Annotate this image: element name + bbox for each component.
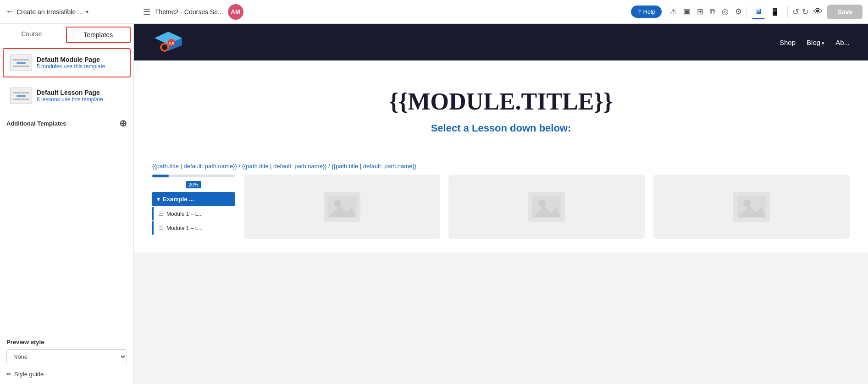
style-guide-icon: ✏ bbox=[6, 371, 11, 378]
help-label: Help bbox=[643, 8, 656, 15]
layout-icon[interactable]: ▣ bbox=[683, 7, 691, 16]
tree-panel: 20% ▾ Example ... ☰ Module 1 – L... ☰ Mo… bbox=[152, 175, 235, 239]
back-button[interactable]: ← bbox=[6, 7, 14, 16]
tree-sub-item-1[interactable]: ☰ Module 1 – L... bbox=[152, 207, 235, 220]
logo-svg: 2.0 bbox=[152, 30, 184, 55]
chevron-down-icon[interactable]: ▾ bbox=[86, 9, 88, 15]
view-icons: 🖥 📱 bbox=[752, 5, 783, 19]
site-header: 2.0 Shop Blog Ab... bbox=[134, 24, 868, 60]
template-name-lesson: Default Lesson Page bbox=[37, 89, 103, 96]
template-thumb-lesson bbox=[10, 88, 32, 104]
lesson-cards bbox=[244, 175, 850, 239]
nav-blog[interactable]: Blog bbox=[807, 38, 824, 46]
template-thumb-module bbox=[10, 55, 32, 71]
breadcrumb: {{path.title | default: path.name}} / {{… bbox=[152, 163, 416, 170]
tree-sub-label-1: Module 1 – L... bbox=[166, 211, 203, 217]
site-nav: Shop Blog Ab... bbox=[780, 38, 850, 46]
nav-shop[interactable]: Shop bbox=[780, 38, 796, 46]
template-info-lesson: Default Lesson Page 8 lessons use this t… bbox=[37, 89, 103, 103]
additional-templates[interactable]: Additional Templates ⊕ bbox=[0, 112, 133, 134]
lesson-card-image-3 bbox=[733, 192, 770, 222]
tab-course[interactable]: Course bbox=[0, 24, 63, 46]
svg-point-3 bbox=[162, 44, 167, 50]
save-button[interactable]: Save bbox=[827, 5, 862, 19]
nav-about[interactable]: Ab... bbox=[835, 38, 850, 46]
thumb-line4 bbox=[13, 99, 29, 100]
template-meta-module: 5 modules use this template bbox=[37, 63, 105, 70]
help-button[interactable]: ? Help bbox=[631, 5, 662, 18]
content-area: 20% ▾ Example ... ☰ Module 1 – L... ☰ Mo… bbox=[134, 175, 868, 252]
desktop-view-button[interactable]: 🖥 bbox=[752, 5, 765, 19]
thumb-line bbox=[13, 59, 29, 60]
preview-button[interactable]: 👁 bbox=[813, 6, 823, 17]
module-content: {{MODULE.TITLE}} Select a Lesson down be… bbox=[134, 60, 868, 153]
page-title: Create an Irresistible ... bbox=[17, 8, 83, 16]
thumb-line2 bbox=[13, 66, 29, 67]
thumb-line-blue bbox=[17, 62, 26, 64]
top-bar: ← Create an Irresistible ... ▾ ☰ Theme2 … bbox=[0, 0, 868, 24]
breadcrumb-area: {{path.title | default: path.name}} / {{… bbox=[134, 153, 868, 175]
list-icon-2: ☰ bbox=[158, 225, 164, 231]
grid-icon[interactable]: ⊞ bbox=[697, 7, 703, 16]
top-bar-tools: ⚠ ▣ ⊞ ⧉ ◎ ⚙ bbox=[670, 7, 742, 16]
progress-label: 20% bbox=[186, 181, 201, 188]
warning-icon[interactable]: ⚠ bbox=[670, 7, 677, 16]
lesson-card-2[interactable] bbox=[448, 175, 645, 239]
lesson-card-image-2 bbox=[528, 192, 565, 222]
svg-text:2.0: 2.0 bbox=[169, 41, 175, 45]
sidebar: Course Templates Default Module Page 5 m… bbox=[0, 24, 134, 384]
lesson-card-1[interactable] bbox=[244, 175, 440, 239]
preview-style-select[interactable]: None bbox=[6, 349, 127, 364]
hamburger-icon[interactable]: ☰ bbox=[143, 7, 150, 17]
thumb-line3 bbox=[13, 92, 29, 93]
canvas: 2.0 Shop Blog Ab... {{MODULE.TITLE}} Sel… bbox=[134, 24, 868, 384]
thumb-line-blue2 bbox=[17, 95, 26, 97]
template-item-lesson[interactable]: Default Lesson Page 8 lessons use this t… bbox=[3, 81, 131, 110]
template-item-module[interactable]: Default Module Page 5 modules use this t… bbox=[3, 48, 131, 77]
main-layout: Course Templates Default Module Page 5 m… bbox=[0, 24, 868, 384]
style-guide-label: Style guide bbox=[14, 371, 44, 378]
list-icon-1: ☰ bbox=[158, 210, 164, 217]
template-info-module: Default Module Page 5 modules use this t… bbox=[37, 56, 105, 70]
tree-sub-label-2: Module 1 – L... bbox=[166, 225, 203, 231]
preview-style-label: Preview style bbox=[6, 339, 127, 346]
copy-icon[interactable]: ⧉ bbox=[710, 7, 715, 16]
lesson-card-image-1 bbox=[324, 192, 360, 222]
sidebar-bottom: Preview style None ✏ Style guide bbox=[0, 332, 133, 384]
theme-title: Theme2 - Courses Se... bbox=[155, 8, 223, 16]
settings-icon[interactable]: ⚙ bbox=[735, 7, 742, 16]
undo-button[interactable]: ↺ bbox=[792, 7, 799, 17]
undo-redo: ↺ ↻ bbox=[792, 7, 809, 17]
tree-item-label: Example ... bbox=[163, 196, 194, 203]
separator bbox=[746, 6, 747, 17]
redo-button[interactable]: ↻ bbox=[802, 7, 809, 17]
sidebar-tabs: Course Templates bbox=[0, 24, 133, 46]
template-name-module: Default Module Page bbox=[37, 56, 105, 63]
separator2 bbox=[787, 6, 788, 17]
style-guide-link[interactable]: ✏ Style guide bbox=[6, 371, 127, 378]
template-meta-lesson: 8 lessons use this template bbox=[37, 96, 103, 103]
progress-bar-fill bbox=[152, 175, 169, 177]
progress-bar-container bbox=[152, 175, 235, 177]
help-icon: ? bbox=[637, 8, 641, 15]
additional-templates-label: Additional Templates bbox=[6, 120, 66, 127]
lesson-card-3[interactable] bbox=[653, 175, 850, 239]
tree-item-example[interactable]: ▾ Example ... bbox=[152, 192, 235, 206]
mobile-view-button[interactable]: 📱 bbox=[767, 5, 783, 18]
module-subtitle: Select a Lesson down below: bbox=[152, 122, 850, 134]
chevron-icon: ▾ bbox=[157, 196, 160, 203]
globe-icon[interactable]: ◎ bbox=[722, 7, 729, 16]
tree-sub-item-2[interactable]: ☰ Module 1 – L... bbox=[152, 221, 235, 235]
top-bar-center: ☰ Theme2 - Courses Se... AM bbox=[143, 4, 626, 20]
module-title: {{MODULE.TITLE}} bbox=[152, 88, 850, 115]
tab-templates[interactable]: Templates bbox=[66, 27, 131, 43]
site-logo: 2.0 bbox=[152, 30, 184, 55]
avatar[interactable]: AM bbox=[228, 4, 243, 20]
add-icon[interactable]: ⊕ bbox=[119, 118, 127, 129]
top-bar-left: ← Create an Irresistible ... ▾ bbox=[6, 7, 138, 16]
